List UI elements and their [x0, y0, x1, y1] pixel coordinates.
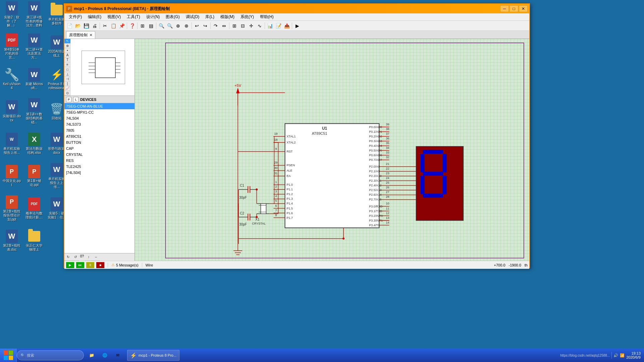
taskbar-proteus-item[interactable]: ⚡ mcp1 - Proteus 8 Pro...: [127, 350, 179, 361]
menu-library[interactable]: 库(L): [203, 14, 217, 20]
menu-system[interactable]: 系统(Y): [238, 14, 257, 20]
desktop-icon-16[interactable]: P 第1章+绪论.ppt: [24, 164, 44, 189]
tool-terminal[interactable]: ⊥: [64, 72, 70, 77]
menu-view[interactable]: 视图(V): [105, 14, 123, 20]
device-item-1[interactable]: 7SEG-MPX1-CC: [64, 109, 135, 115]
maximize-button[interactable]: □: [509, 5, 518, 12]
close-button[interactable]: ✕: [519, 5, 528, 12]
device-item-0[interactable]: 7SEG-COM-AN-BLUE: [64, 103, 135, 109]
tool-component[interactable]: ⊕: [64, 44, 70, 48]
menu-template[interactable]: 模版(M): [218, 14, 237, 20]
tb-undo[interactable]: ↩: [193, 22, 201, 30]
tool-subcircuit[interactable]: □: [64, 67, 70, 72]
menu-help[interactable]: 帮助(H): [257, 14, 276, 20]
tool-label[interactable]: A: [64, 53, 70, 58]
desktop-icon-13[interactable]: X 算法与数据结构.xlsx: [24, 131, 44, 156]
device-item-6[interactable]: BUTTON: [64, 139, 135, 145]
tool-text[interactable]: T: [64, 58, 70, 62]
tb-dist[interactable]: ⊟: [239, 22, 247, 30]
tb-cut[interactable]: ✂: [101, 22, 109, 30]
tool-select[interactable]: ↖: [64, 39, 70, 44]
menu-edit[interactable]: 编辑(E): [85, 14, 104, 20]
tb-view1[interactable]: ▤: [147, 22, 155, 30]
tb-export[interactable]: 📤: [283, 22, 291, 30]
tool-graph[interactable]: 📈: [64, 86, 70, 91]
sim-stop-button[interactable]: ■: [96, 262, 104, 268]
tb-redo[interactable]: ↪: [201, 22, 209, 30]
taskbar-browser-icon[interactable]: 🌐: [99, 349, 111, 361]
tb-move[interactable]: ✛: [247, 22, 255, 30]
desktop-icon-19[interactable]: PDF 概率论与数理统计新....: [24, 196, 44, 221]
tb-paste[interactable]: 📌: [118, 22, 126, 30]
menu-tools[interactable]: 工具(T): [124, 14, 143, 20]
device-item-9[interactable]: RES: [64, 158, 135, 164]
device-item-3[interactable]: 74LS373: [64, 121, 135, 127]
device-item-2[interactable]: 74LS04: [64, 115, 135, 121]
tb-bom[interactable]: 📝: [274, 22, 282, 30]
desktop-icon-10[interactable]: W 第1讲++数据结构的基础...: [24, 99, 44, 124]
device-item-4[interactable]: 7805: [64, 127, 135, 133]
sim-pause-button[interactable]: ⏸: [86, 262, 94, 268]
tab-close-icon[interactable]: ✕: [90, 33, 92, 37]
minimize-button[interactable]: ─: [500, 5, 509, 12]
tb-help[interactable]: ❓: [128, 22, 136, 30]
desktop-icon-6[interactable]: 🔧 Keil uVision4: [2, 66, 22, 92]
taskbar-start-button[interactable]: [0, 349, 17, 362]
desktop-icon-1[interactable]: W 第三讲+线性表的维修法方...资料: [24, 2, 44, 27]
taskbar-mail-icon[interactable]: ✉: [112, 349, 124, 361]
taskbar-search-box[interactable]: 🔍 搜索: [17, 350, 84, 360]
desktop-icon-7[interactable]: W 新建 Microsoft...: [24, 66, 44, 92]
tb-align[interactable]: ⊞: [230, 22, 238, 30]
desktop-icon-22[interactable]: 张正仁大学物理上: [24, 228, 44, 253]
desktop-icon-4[interactable]: W 第二讲++算法及算法方...: [24, 34, 44, 59]
tool-port[interactable]: ⊣: [64, 77, 70, 81]
tb-open[interactable]: 📂: [74, 22, 82, 30]
tb-print[interactable]: 🖨: [91, 22, 99, 30]
tb-mirror[interactable]: ⇔: [220, 22, 228, 30]
desktop-icon-12[interactable]: W 单片机实验报告上传...: [2, 131, 22, 156]
menu-design[interactable]: 设计(N): [144, 14, 163, 20]
desktop-icon-15[interactable]: P 中国文化.ppt: [2, 164, 22, 189]
preview-svg: [82, 51, 125, 84]
device-item-11[interactable]: [74LS04]: [64, 170, 135, 176]
menu-graph[interactable]: 图表(G): [163, 14, 182, 20]
tab-schematic[interactable]: 原理图绘制 ✕: [66, 31, 95, 39]
sim-play-button[interactable]: ▶: [66, 262, 74, 268]
tool-pin[interactable]: |: [64, 81, 70, 86]
tb-rotate[interactable]: ↷: [212, 22, 220, 30]
svg-text:P1.3: P1.3: [287, 197, 293, 200]
tb-wire-tool[interactable]: ∿: [256, 22, 264, 30]
tb-zoom-fit[interactable]: ⊗: [182, 22, 191, 30]
tb-new[interactable]: 📄: [65, 22, 73, 30]
device-item-7[interactable]: CAP: [64, 145, 135, 152]
device-item-10[interactable]: TLE2425: [64, 164, 135, 170]
device-item-5[interactable]: AT89C51: [64, 133, 135, 139]
tb-netlist[interactable]: 📊: [266, 22, 274, 30]
tb-grid[interactable]: ⊞: [139, 22, 147, 30]
tb-zoom-area[interactable]: ⊕: [174, 22, 182, 30]
menu-debug[interactable]: 调试(D): [183, 14, 202, 20]
device-item-8[interactable]: CRYSTAL: [64, 152, 135, 158]
tool-rotate-cw[interactable]: ↻: [64, 253, 72, 261]
sim-step-button[interactable]: ⏭: [76, 262, 84, 268]
tool-instrument[interactable]: ⊙: [64, 91, 70, 96]
tb-sim[interactable]: ▶: [293, 22, 301, 30]
desktop-icon-9[interactable]: W 实验项目.docx: [2, 99, 22, 124]
desktop-icon-21[interactable]: W 第2章+线性表.doc: [2, 228, 22, 253]
desktop-icon-3[interactable]: PDF 第4章51单片机的语言...: [2, 34, 22, 59]
desktop-icon-18[interactable]: P 第2章+线性报告理论计划.ppt: [2, 196, 22, 221]
tool-junction[interactable]: •: [64, 48, 70, 53]
menu-file[interactable]: 文件(F): [66, 14, 85, 20]
desktop-icon-0[interactable]: W 实验2：软件（了解...）: [2, 2, 22, 27]
tb-zoomout[interactable]: 🔍: [166, 22, 174, 30]
taskbar-explorer-icon[interactable]: 📁: [86, 349, 98, 361]
tb-save[interactable]: 💾: [82, 22, 90, 30]
tb-copy[interactable]: 📋: [109, 22, 117, 30]
tb-zoomin[interactable]: 🔍: [157, 22, 165, 30]
tool-bus[interactable]: ≡: [64, 62, 70, 67]
tool-flip-x[interactable]: ↕: [85, 253, 92, 261]
schematic-canvas[interactable]: +5V X1 CRYSTAL: [135, 39, 529, 261]
tool-rotate-ccw[interactable]: ↺: [72, 253, 79, 261]
tool-flip-y[interactable]: ↔: [92, 253, 100, 261]
svg-text:XTAL1: XTAL1: [287, 135, 296, 138]
